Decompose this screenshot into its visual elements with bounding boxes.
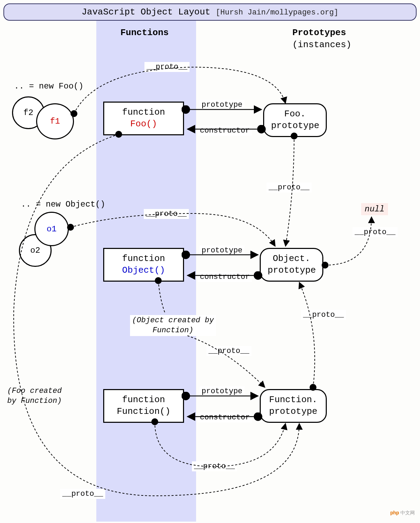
object-proto-line1: Object. <box>268 253 315 265</box>
constructor-label-1: constructor <box>198 126 252 136</box>
foo-prototype-box: Foo. prototype <box>263 103 327 137</box>
foo-proto-line2: prototype <box>271 120 319 132</box>
f1-circle: f1 <box>36 103 74 139</box>
function-proto-line1: Function. <box>268 394 319 406</box>
o1-circle: o1 <box>34 212 69 246</box>
functions-header: Functions <box>120 28 169 38</box>
o2-label: o2 <box>30 246 40 255</box>
function-foo-word: function <box>111 107 176 118</box>
f1-label: f1 <box>50 117 60 126</box>
constructor-label-2: constructor <box>198 272 252 282</box>
proto-label-1: __proto__ <box>144 62 190 72</box>
function-proto-line2: prototype <box>268 406 319 418</box>
title-sub: [Hursh Jain/mollypages.org] <box>216 8 338 17</box>
proto-label-2: __proto__ <box>267 182 312 192</box>
f2-label: f2 <box>23 108 33 117</box>
o1-label: o1 <box>47 224 57 234</box>
prototype-label-1: prototype <box>200 100 245 110</box>
object-proto-line2: prototype <box>268 265 315 276</box>
object-created-label: (Object created by Function) <box>130 315 216 336</box>
foo-created-label: (Foo created by Function) <box>5 386 64 407</box>
proto-label-8: __proto__ <box>60 489 105 499</box>
function-function-name: Function() <box>111 406 176 418</box>
watermark-text: 中文网 <box>400 510 415 515</box>
prototype-label-3: prototype <box>200 386 245 396</box>
title-main: JavaScript Object Layout <box>82 7 210 17</box>
proto-label-3: __proto__ <box>144 209 189 219</box>
instances-header: (instances) <box>292 40 352 50</box>
function-object-name: Object() <box>122 265 165 275</box>
null-box: null <box>361 203 388 215</box>
proto-label-5: __proto__ <box>301 310 346 320</box>
proto-label-4: __proto__ <box>353 227 398 237</box>
foo-proto-line1: Foo. <box>271 108 319 120</box>
arrows-overlay <box>0 0 420 523</box>
new-foo-label: .. = new Foo() <box>12 81 86 92</box>
function-function-word: function <box>111 394 176 406</box>
title-bar: JavaScript Object Layout [Hursh Jain/mol… <box>3 3 417 21</box>
proto-label-6: __proto__ <box>206 346 251 356</box>
function-foo-box: function Foo() <box>103 102 184 135</box>
function-function-box: function Function() <box>103 389 184 423</box>
function-object-box: function Object() <box>103 248 184 282</box>
watermark-brand: php <box>390 510 399 515</box>
watermark: php 中文网 <box>390 510 415 516</box>
function-foo-name: Foo() <box>111 118 176 130</box>
function-prototype-box: Function. prototype <box>260 389 327 423</box>
prototype-label-2: prototype <box>200 245 245 255</box>
proto-label-7: __proto__ <box>192 461 237 471</box>
constructor-label-3: constructor <box>198 412 252 422</box>
new-object-label: .. = new Object() <box>19 199 107 210</box>
function-object-word: function <box>111 253 176 265</box>
prototypes-header: Prototypes <box>292 28 346 38</box>
object-prototype-box: Object. prototype <box>260 248 323 282</box>
